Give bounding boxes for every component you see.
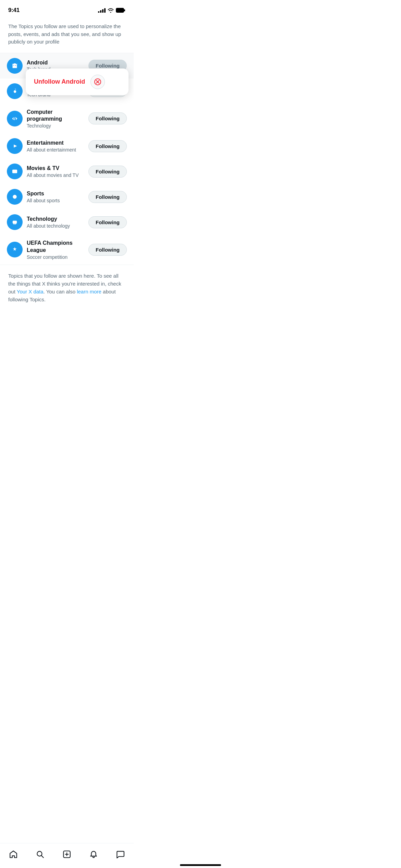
topic-name-technology: Technology (27, 216, 88, 223)
status-time: 9:41 (8, 7, 20, 14)
topic-icon-sports (7, 189, 23, 205)
topic-icon-technology (7, 214, 23, 230)
following-button-technology[interactable]: Following (88, 216, 127, 228)
unfollow-text: Unfollow Android (34, 78, 85, 85)
topic-item-entertainment: Entertainment All about entertainment Fo… (0, 133, 134, 159)
topic-list: Android Tech brand Following Unfollow An… (0, 53, 134, 265)
topic-info-sports: Sports All about sports (27, 190, 88, 203)
topic-info-technology: Technology All about technology (27, 216, 88, 229)
topic-icon-movies-tv (7, 164, 23, 179)
topic-item-sports: Sports All about sports Following (0, 184, 134, 209)
svg-rect-0 (116, 8, 124, 13)
topic-category-entertainment: All about entertainment (27, 147, 88, 153)
status-icons (98, 8, 125, 13)
topic-name-android: Android (27, 59, 88, 67)
following-button-computer-programming[interactable]: Following (88, 112, 127, 124)
footer-text: Topics that you follow are shown here. T… (0, 265, 134, 312)
topic-item-uefa: UEFA Champions League Soccer competition… (0, 235, 134, 265)
topic-item-technology: Technology All about technology Followin… (0, 209, 134, 235)
learn-more-link[interactable]: learn more (77, 289, 101, 294)
topic-category-sports: All about sports (27, 198, 88, 203)
topic-icon-uefa (7, 242, 23, 257)
topic-info-entertainment: Entertainment All about entertainment (27, 140, 88, 153)
following-button-sports[interactable]: Following (88, 191, 127, 203)
topic-name-sports: Sports (27, 190, 88, 197)
wifi-icon (108, 8, 114, 13)
following-button-uefa[interactable]: Following (88, 244, 127, 256)
unfollow-refresh-icon (94, 77, 102, 86)
following-button-entertainment[interactable]: Following (88, 140, 127, 152)
topic-name-uefa: UEFA Champions League (27, 240, 88, 254)
topic-category-movies-tv: All about movies and TV (27, 172, 88, 178)
svg-rect-1 (124, 9, 125, 11)
svg-rect-15 (13, 221, 17, 223)
topic-icon-entertainment (7, 138, 23, 154)
topic-info-computer-programming: Computer programming Technology (27, 109, 88, 129)
topic-info-uefa: UEFA Champions League Soccer competition (27, 240, 88, 260)
following-button-movies-tv[interactable]: Following (88, 166, 127, 178)
topic-category-uefa: Soccer competition (27, 254, 88, 260)
footer-text-mid: . You can also (44, 289, 77, 294)
svg-point-4 (15, 65, 16, 65)
your-x-data-link[interactable]: Your X data (17, 289, 44, 294)
unfollow-popup[interactable]: Unfollow Android (26, 68, 129, 95)
topic-icon-computer-programming (7, 111, 23, 126)
topic-info-movies-tv: Movies & TV All about movies and TV (27, 165, 88, 178)
topic-icon-apple (7, 83, 23, 99)
topic-icon-android (7, 58, 23, 74)
topic-item-computer-programming: Computer programming Technology Followin… (0, 104, 134, 134)
topic-item-android: Android Tech brand Following Unfollow An… (0, 53, 134, 79)
signal-icon (98, 8, 106, 13)
svg-point-3 (13, 65, 14, 65)
topic-name-entertainment: Entertainment (27, 140, 88, 147)
topic-name-movies-tv: Movies & TV (27, 165, 88, 172)
battery-icon (116, 8, 125, 13)
status-bar: 9:41 (0, 0, 134, 19)
info-description: The Topics you follow are used to person… (0, 19, 134, 53)
topic-item-movies-tv: Movies & TV All about movies and TV Foll… (0, 159, 134, 184)
unfollow-icon-wrap (90, 74, 105, 89)
topic-name-computer-programming: Computer programming (27, 109, 88, 123)
topic-category-computer-programming: Technology (27, 123, 88, 129)
topic-category-technology: All about technology (27, 223, 88, 229)
